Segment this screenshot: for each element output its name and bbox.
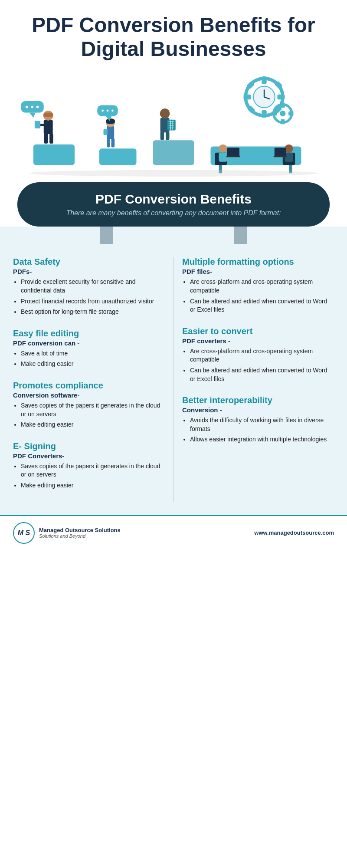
section-multiple-formatting: Multiple formatting options PDF files- A… <box>182 257 334 314</box>
list-item: Can be altered and edited when converted… <box>190 297 334 314</box>
company-info: Managed Outsource Solutions Solutions an… <box>39 527 121 539</box>
svg-rect-43 <box>104 129 108 135</box>
list-item: Saves copies of the papers it generates … <box>21 401 164 418</box>
svg-rect-2 <box>262 76 266 84</box>
svg-rect-40 <box>107 126 114 139</box>
illustration <box>0 69 347 182</box>
section-e-signing: E- Signing PDF Converters- Saves copies … <box>13 441 164 490</box>
header: PDF Conversion Benefits for Digital Busi… <box>0 0 347 69</box>
banner: PDF Conversion Benefits There are many b… <box>17 182 330 227</box>
section-subtitle-promotes-compliance: Conversion software- <box>13 391 164 399</box>
section-data-safety: Data Safety PDFs- Provide excellent secu… <box>13 257 164 316</box>
banner-subtext: There are many benefits of converting an… <box>35 209 312 217</box>
svg-point-52 <box>160 108 170 118</box>
list-item: Allows easier integration with multiple … <box>190 435 334 444</box>
section-better-interoperability: Better interoperability Conversion - Avo… <box>182 395 334 444</box>
footer: M S Managed Outsource Solutions Solution… <box>0 515 347 550</box>
list-item: Avoids the difficulty of working with fi… <box>190 416 334 433</box>
pillar-right <box>234 227 247 244</box>
logo-initials: M S <box>18 529 30 537</box>
list-item: Make editing easier <box>21 360 164 368</box>
banner-heading: PDF Conversion Benefits <box>35 192 312 207</box>
section-title-promotes-compliance: Promotes compliance <box>13 381 164 391</box>
pillars-connector <box>0 227 347 244</box>
section-title-better-interoperability: Better interoperability <box>182 395 334 405</box>
svg-point-15 <box>280 111 285 116</box>
svg-rect-63 <box>219 153 227 162</box>
section-subtitle-multiple-formatting: PDF files- <box>182 268 334 275</box>
svg-rect-44 <box>107 138 110 148</box>
svg-rect-30 <box>43 113 53 117</box>
list-item: Provide excellent security for sensitive… <box>21 278 164 295</box>
section-title-multiple-formatting: Multiple formatting options <box>182 257 334 267</box>
svg-point-62 <box>219 145 227 153</box>
footer-logo: M S Managed Outsource Solutions Solution… <box>13 522 121 544</box>
company-tagline: Solutions and Beyond <box>39 533 121 539</box>
pillar-left <box>100 227 113 244</box>
svg-rect-20 <box>33 145 75 165</box>
list-item: Save a lot of time <box>21 349 164 358</box>
section-title-easy-file-editing: Easy file editing <box>13 329 164 339</box>
svg-point-70 <box>29 170 318 177</box>
svg-rect-17 <box>281 119 285 124</box>
svg-point-37 <box>26 106 28 108</box>
section-subtitle-easier-to-convert: PDF coverters - <box>182 337 334 345</box>
list-item: Make editing easier <box>21 481 164 490</box>
section-list-data-safety: Provide excellent security for sensitive… <box>13 278 164 316</box>
list-item: Can be altered and edited when converted… <box>190 366 334 383</box>
svg-rect-5 <box>277 95 285 99</box>
content-area: Data Safety PDFs- Provide excellent secu… <box>0 244 347 515</box>
page-title: PDF Conversion Benefits for Digital Busi… <box>26 13 321 61</box>
svg-rect-28 <box>44 120 53 134</box>
list-item: Are cross-platform and cros-operating sy… <box>190 347 334 364</box>
svg-marker-36 <box>29 113 36 118</box>
company-name: Managed Outsource Solutions <box>39 527 121 533</box>
svg-rect-45 <box>111 138 115 148</box>
svg-rect-64 <box>227 148 240 156</box>
section-list-e-signing: Saves copies of the papers it generates … <box>13 462 164 490</box>
svg-rect-60 <box>160 132 164 140</box>
svg-rect-61 <box>166 132 170 140</box>
section-list-better-interoperability: Avoids the difficulty of working with fi… <box>182 416 334 444</box>
svg-rect-65 <box>226 156 240 158</box>
column-right: Multiple formatting options PDF files- A… <box>174 257 334 502</box>
svg-point-48 <box>101 110 104 112</box>
website-url: www.managedoutsource.com <box>254 529 334 536</box>
svg-rect-32 <box>35 121 40 128</box>
list-item: Are cross-platform and cros-operating sy… <box>190 278 334 295</box>
svg-rect-33 <box>44 133 48 144</box>
svg-rect-21 <box>99 149 137 165</box>
section-subtitle-better-interoperability: Conversion - <box>182 406 334 414</box>
svg-rect-19 <box>288 112 293 116</box>
section-list-easy-file-editing: Save a lot of timeMake editing easier <box>13 349 164 368</box>
section-list-promotes-compliance: Saves copies of the papers it generates … <box>13 401 164 429</box>
column-left: Data Safety PDFs- Provide excellent secu… <box>13 257 174 502</box>
list-item: Protect financial records from unauthori… <box>21 297 164 306</box>
section-list-multiple-formatting: Are cross-platform and cros-operating sy… <box>182 278 334 314</box>
section-subtitle-easy-file-editing: PDF conversion can - <box>13 339 164 347</box>
section-title-data-safety: Data Safety <box>13 257 164 267</box>
svg-rect-16 <box>281 103 285 108</box>
svg-rect-69 <box>274 156 287 158</box>
svg-point-50 <box>111 110 114 112</box>
section-title-easier-to-convert: Easier to convert <box>182 326 334 336</box>
svg-rect-68 <box>275 148 286 156</box>
svg-rect-22 <box>153 141 194 165</box>
svg-rect-53 <box>167 120 176 131</box>
section-easy-file-editing: Easy file editing PDF conversion can - S… <box>13 329 164 368</box>
list-item: Make editing easier <box>21 421 164 429</box>
svg-point-49 <box>107 110 109 112</box>
svg-rect-4 <box>244 95 251 99</box>
list-item: Saves copies of the papers it generates … <box>21 462 164 479</box>
section-easier-to-convert: Easier to convert PDF coverters - Are cr… <box>182 326 334 383</box>
svg-point-38 <box>31 106 33 108</box>
logo-icon: M S <box>13 522 35 544</box>
svg-rect-18 <box>272 112 277 116</box>
section-subtitle-e-signing: PDF Converters- <box>13 452 164 460</box>
section-list-easier-to-convert: Are cross-platform and cros-operating sy… <box>182 347 334 383</box>
svg-rect-34 <box>49 133 53 144</box>
section-title-e-signing: E- Signing <box>13 441 164 451</box>
section-subtitle-data-safety: PDFs- <box>13 268 164 275</box>
list-item: Best option for long-term file storage <box>21 308 164 316</box>
svg-rect-42 <box>106 119 115 124</box>
